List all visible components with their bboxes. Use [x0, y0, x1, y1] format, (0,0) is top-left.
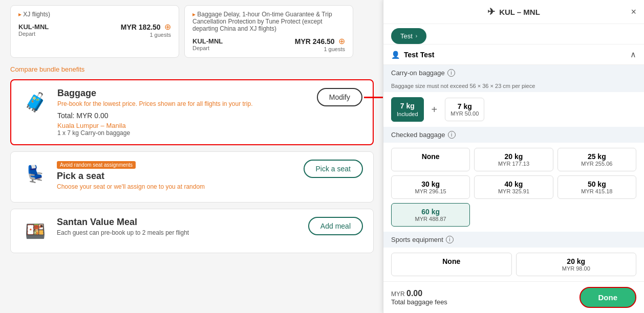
panel-footer: MYR 0.00 Total baggage fees Done — [383, 281, 644, 313]
size-note: Baggage size must not exceed 56 × 36 × 2… — [383, 81, 644, 92]
carry-on-7kg-extra[interactable]: 7 kg MYR 50.00 — [445, 98, 484, 121]
panel-tabs: Test › — [383, 24, 644, 44]
bundle-depart-2: Depart — [192, 45, 223, 51]
checked-none[interactable]: None — [391, 148, 470, 171]
seat-subtitle: Choose your seat or we'll assign one to … — [57, 183, 296, 190]
bundle-add-1[interactable]: ⊕ — [164, 23, 171, 31]
total-fees-label: Total baggage fees — [391, 298, 447, 306]
bundle-route-1: KUL-MNL — [18, 23, 49, 31]
meal-subtitle: Each guest can pre-book up to 2 meals pe… — [57, 229, 300, 236]
compare-link[interactable]: Compare bundle benefits — [10, 65, 374, 73]
baggage-carry: 1 x 7 kg Carry-on baggage — [57, 129, 309, 137]
bundle-guests-2: 1 guests — [295, 46, 345, 52]
flight-icon: ✈ — [487, 6, 495, 17]
red-arrow — [364, 94, 384, 101]
modify-area: Modify — [317, 88, 362, 106]
seat-title: Pick a seat — [57, 171, 296, 182]
bundle-bullet-2: ▸ Baggage Delay, 1-hour On-time Guarante… — [192, 11, 345, 32]
carry-on-7kg-included[interactable]: 7 kg Included — [391, 97, 424, 122]
meal-icon: 🍱 — [21, 217, 49, 245]
baggage-route: Kuala Lumpur – Manila — [57, 122, 309, 129]
sports-equipment-info-icon[interactable]: i — [446, 236, 454, 243]
sports-equipment-options: None 20 kg MYR 98.00 — [383, 248, 644, 281]
collapse-button[interactable]: ∧ — [630, 50, 636, 59]
modify-button[interactable]: Modify — [317, 88, 362, 106]
carry-on-info-icon[interactable]: i — [447, 69, 455, 77]
checked-50kg[interactable]: 50 kg MYR 415.18 — [557, 175, 636, 199]
checked-40kg[interactable]: 40 kg MYR 325.91 — [474, 175, 553, 199]
total-amount: MYR 0.00 — [391, 289, 447, 298]
meal-title: Santan Value Meal — [57, 217, 300, 228]
checked-30kg[interactable]: 30 kg MYR 296.15 — [391, 175, 470, 199]
baggage-icon: 🧳 — [22, 88, 50, 116]
baggage-total: Total: MYR 0.00 — [57, 111, 309, 120]
chevron-icon: › — [416, 33, 417, 39]
bundle-card-1: ▸ XJ flights) KUL-MNL Depart MYR 182.50 … — [10, 5, 179, 58]
carry-on-options: 7 kg Included + 7 kg MYR 50.00 — [383, 92, 644, 127]
bundle-price-1: MYR 182.50 — [121, 23, 161, 31]
panel-header: ✈ KUL – MNL × — [383, 0, 644, 24]
baggage-title: Baggage — [57, 88, 309, 99]
tab-test[interactable]: Test › — [391, 28, 426, 44]
seat-content: Avoid random seat assignments Pick a sea… — [57, 160, 296, 194]
passenger-name: 👤 Test Test — [391, 51, 434, 59]
panel-body: Carry-on baggage i Baggage size must not… — [383, 65, 644, 313]
plus-separator: + — [432, 104, 438, 116]
baggage-subtitle: Pre-book for the lowest price. Prices sh… — [57, 100, 309, 107]
bundle-card-2: ▸ Baggage Delay, 1-hour On-time Guarante… — [184, 5, 353, 58]
seat-icon: 💺 — [21, 160, 49, 188]
sports-equipment-label: Sports equipment i — [383, 232, 644, 248]
checked-60kg[interactable]: 60 kg MYR 488.87 — [391, 203, 470, 227]
bundle-guests-1: 1 guests — [121, 32, 171, 38]
checked-baggage-label: Checked baggage i — [383, 127, 644, 143]
passenger-icon: 👤 — [391, 51, 400, 59]
checked-25kg[interactable]: 25 kg MYR 255.06 — [557, 148, 636, 171]
close-button[interactable]: × — [631, 7, 636, 17]
meal-section: 🍱 Santan Value Meal Each guest can pre-b… — [10, 209, 374, 253]
seat-section: 💺 Avoid random seat assignments Pick a s… — [10, 151, 374, 203]
carry-on-label: Carry-on baggage i — [383, 65, 644, 81]
add-meal-button[interactable]: Add meal — [308, 217, 363, 235]
panel-route: ✈ KUL – MNL — [487, 6, 540, 17]
bundle-route-2: KUL-MNL — [192, 37, 223, 45]
bundle-price-2: MYR 246.50 — [295, 37, 335, 46]
bundle-add-2[interactable]: ⊕ — [338, 37, 345, 46]
baggage-section: 🧳 Baggage Pre-book for the lowest price.… — [10, 79, 374, 145]
bundle-depart-1: Depart — [18, 31, 49, 37]
meal-content: Santan Value Meal Each guest can pre-boo… — [57, 217, 300, 240]
passenger-section: 👤 Test Test ∧ — [383, 44, 644, 65]
checked-baggage-options: None 20 kg MYR 177.13 25 kg MYR 255.06 3… — [383, 143, 644, 232]
avoid-badge: Avoid random seat assignments — [57, 161, 136, 169]
pick-seat-button[interactable]: Pick a seat — [304, 160, 363, 178]
checked-20kg[interactable]: 20 kg MYR 177.13 — [474, 148, 553, 171]
baggage-content: Baggage Pre-book for the lowest price. P… — [57, 88, 309, 137]
bundle-bullet: ▸ XJ flights) — [18, 11, 171, 18]
done-button[interactable]: Done — [579, 287, 637, 308]
sports-none[interactable]: None — [391, 253, 512, 276]
right-panel: ✈ KUL – MNL × Test › 👤 Test Test ∧ Carry… — [383, 0, 644, 313]
sports-20kg[interactable]: 20 kg MYR 98.00 — [516, 253, 637, 276]
checked-baggage-info-icon[interactable]: i — [448, 131, 456, 139]
